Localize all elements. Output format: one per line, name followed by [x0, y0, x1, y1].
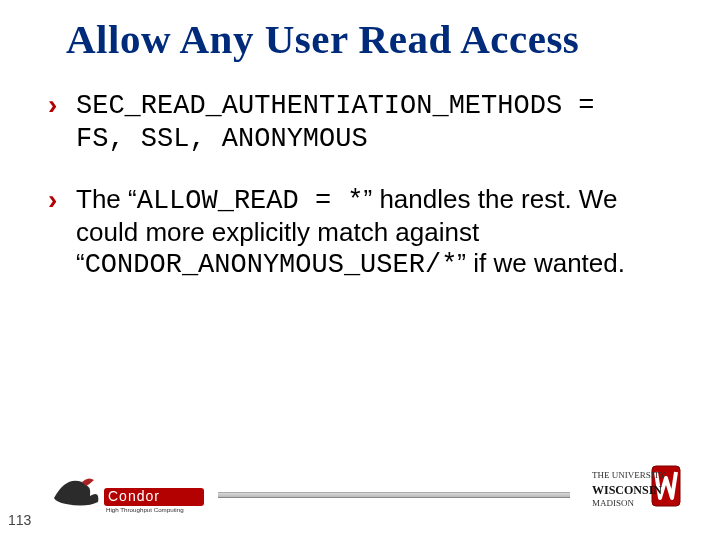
code-line: FS, SSL, ANONYMOUS — [76, 124, 368, 154]
slide-title: Allow Any User Read Access — [66, 18, 720, 61]
condor-logo: Condor High Throughput Computing — [48, 468, 208, 516]
slide-footer: 113 Condor High Throughput Computing THE… — [0, 458, 720, 520]
list-item: › The “ALLOW_READ = *” handles the rest.… — [42, 184, 674, 282]
svg-text:THE UNIVERSITY: THE UNIVERSITY — [592, 470, 666, 480]
condor-tagline: High Throughput Computing — [106, 506, 184, 513]
body-text: ” if we wanted. — [457, 248, 625, 278]
list-item: › SEC_READ_AUTHENTIATION_METHODS = FS, S… — [42, 89, 674, 156]
inline-code: ALLOW_READ = * — [137, 186, 364, 216]
condor-text: Condor — [108, 488, 160, 504]
svg-text:WISCONSIN: WISCONSIN — [592, 483, 662, 497]
inline-code: CONDOR_ANONYMOUS_USER/* — [85, 250, 458, 280]
svg-text:MADISON: MADISON — [592, 498, 635, 508]
wisconsin-logo: THE UNIVERSITY WISCONSIN MADISON — [590, 460, 686, 520]
body-text: The “ — [76, 184, 137, 214]
code-line: SEC_READ_AUTHENTIATION_METHODS = — [76, 91, 594, 121]
page-number: 113 — [8, 512, 31, 528]
chevron-right-icon: › — [48, 186, 57, 214]
chevron-right-icon: › — [48, 91, 57, 119]
bullet-list: › SEC_READ_AUTHENTIATION_METHODS = FS, S… — [42, 89, 674, 282]
horizontal-rule — [218, 492, 570, 498]
